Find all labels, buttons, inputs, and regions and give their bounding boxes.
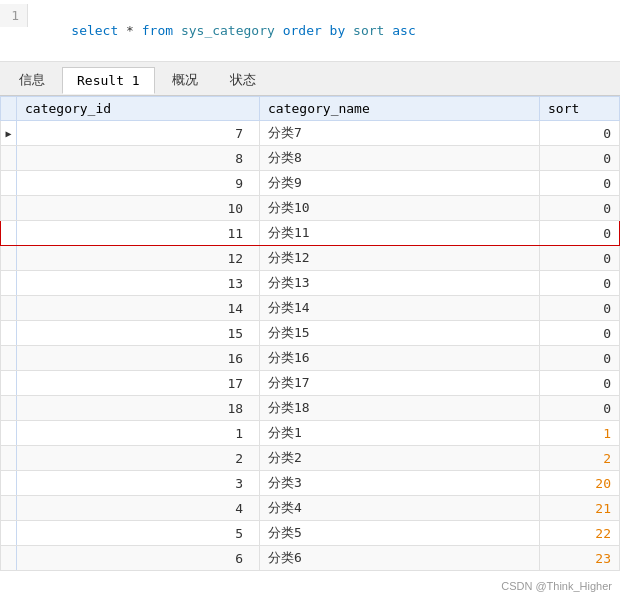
cell-sort: 0 xyxy=(540,321,620,346)
cell-category-name: 分类13 xyxy=(260,271,540,296)
row-indicator xyxy=(1,496,17,521)
cell-category-id: 13 xyxy=(17,271,260,296)
cell-category-id: 10 xyxy=(17,196,260,221)
cell-category-id: 4 xyxy=(17,496,260,521)
table-row[interactable]: 5分类522 xyxy=(1,521,620,546)
row-indicator xyxy=(1,396,17,421)
column-sort: sort xyxy=(353,23,384,38)
table-row[interactable]: 10分类100 xyxy=(1,196,620,221)
row-indicator xyxy=(1,346,17,371)
cell-sort: 0 xyxy=(540,271,620,296)
table-row[interactable]: 17分类170 xyxy=(1,371,620,396)
row-indicator xyxy=(1,296,17,321)
table-row[interactable]: ▶7分类70 xyxy=(1,121,620,146)
keyword-from: from xyxy=(142,23,173,38)
column-header-category_id: category_id xyxy=(17,97,260,121)
table-row[interactable]: 15分类150 xyxy=(1,321,620,346)
cell-category-id: 14 xyxy=(17,296,260,321)
row-indicator xyxy=(1,196,17,221)
cell-category-id: 6 xyxy=(17,546,260,571)
cell-category-name: 分类10 xyxy=(260,196,540,221)
column-header-category_name: category_name xyxy=(260,97,540,121)
table-row[interactable]: 6分类623 xyxy=(1,546,620,571)
indicator-header xyxy=(1,97,17,121)
table-row[interactable]: 1分类11 xyxy=(1,421,620,446)
row-indicator xyxy=(1,521,17,546)
cell-category-name: 分类9 xyxy=(260,171,540,196)
code-content: select * from sys_category order by sort… xyxy=(28,4,428,57)
row-indicator xyxy=(1,546,17,571)
keyword-order: order xyxy=(283,23,322,38)
result-table-container[interactable]: category_idcategory_namesort ▶7分类708分类80… xyxy=(0,96,620,596)
result-table: category_idcategory_namesort ▶7分类708分类80… xyxy=(0,96,620,571)
table-row[interactable]: 2分类22 xyxy=(1,446,620,471)
cell-category-name: 分类2 xyxy=(260,446,540,471)
cell-category-name: 分类3 xyxy=(260,471,540,496)
cell-sort: 0 xyxy=(540,196,620,221)
cell-category-name: 分类8 xyxy=(260,146,540,171)
table-row[interactable]: 13分类130 xyxy=(1,271,620,296)
cell-sort: 0 xyxy=(540,246,620,271)
cell-category-name: 分类5 xyxy=(260,521,540,546)
column-header-sort: sort xyxy=(540,97,620,121)
table-row[interactable]: 11分类110 xyxy=(1,221,620,246)
cell-sort: 22 xyxy=(540,521,620,546)
tab-result1[interactable]: Result 1 xyxy=(62,67,155,94)
table-name: sys_category xyxy=(173,23,283,38)
tabs-bar: 信息Result 1概况状态 xyxy=(0,62,620,96)
row-indicator xyxy=(1,246,17,271)
cell-category-id: 16 xyxy=(17,346,260,371)
table-row[interactable]: 9分类90 xyxy=(1,171,620,196)
cell-sort: 23 xyxy=(540,546,620,571)
cell-sort: 0 xyxy=(540,346,620,371)
cell-category-id: 1 xyxy=(17,421,260,446)
cell-sort: 0 xyxy=(540,221,620,246)
cell-category-name: 分类12 xyxy=(260,246,540,271)
cell-sort: 1 xyxy=(540,421,620,446)
cell-category-name: 分类18 xyxy=(260,396,540,421)
table-row[interactable]: 18分类180 xyxy=(1,396,620,421)
cell-sort: 0 xyxy=(540,396,620,421)
table-row[interactable]: 8分类80 xyxy=(1,146,620,171)
cell-category-name: 分类7 xyxy=(260,121,540,146)
table-row[interactable]: 3分类320 xyxy=(1,471,620,496)
row-indicator xyxy=(1,421,17,446)
keyword-asc: asc xyxy=(384,23,415,38)
table-row[interactable]: 14分类140 xyxy=(1,296,620,321)
table-row[interactable]: 4分类421 xyxy=(1,496,620,521)
row-indicator xyxy=(1,221,17,246)
cell-sort: 0 xyxy=(540,296,620,321)
cell-category-id: 11 xyxy=(17,221,260,246)
keyword-by: by xyxy=(322,23,353,38)
tab-info[interactable]: 信息 xyxy=(4,65,60,95)
row-indicator xyxy=(1,271,17,296)
row-indicator: ▶ xyxy=(1,121,17,146)
cell-category-name: 分类11 xyxy=(260,221,540,246)
row-indicator xyxy=(1,146,17,171)
cell-category-name: 分类4 xyxy=(260,496,540,521)
cell-category-id: 18 xyxy=(17,396,260,421)
table-row[interactable]: 12分类120 xyxy=(1,246,620,271)
cell-category-id: 2 xyxy=(17,446,260,471)
wildcard: * xyxy=(118,23,141,38)
cell-sort: 0 xyxy=(540,121,620,146)
row-indicator xyxy=(1,321,17,346)
table-row[interactable]: 16分类160 xyxy=(1,346,620,371)
cell-sort: 0 xyxy=(540,371,620,396)
cell-category-id: 8 xyxy=(17,146,260,171)
row-indicator xyxy=(1,446,17,471)
row-indicator xyxy=(1,471,17,496)
cell-category-name: 分类1 xyxy=(260,421,540,446)
tab-overview[interactable]: 概况 xyxy=(157,65,213,95)
cell-category-id: 5 xyxy=(17,521,260,546)
cell-category-id: 17 xyxy=(17,371,260,396)
cell-category-id: 12 xyxy=(17,246,260,271)
row-indicator xyxy=(1,371,17,396)
cell-category-name: 分类14 xyxy=(260,296,540,321)
keyword-select: select xyxy=(71,23,118,38)
watermark: CSDN @Think_Higher xyxy=(501,580,612,592)
tab-status[interactable]: 状态 xyxy=(215,65,271,95)
code-editor: 1 select * from sys_category order by so… xyxy=(0,0,620,62)
cell-category-id: 15 xyxy=(17,321,260,346)
cell-category-id: 3 xyxy=(17,471,260,496)
